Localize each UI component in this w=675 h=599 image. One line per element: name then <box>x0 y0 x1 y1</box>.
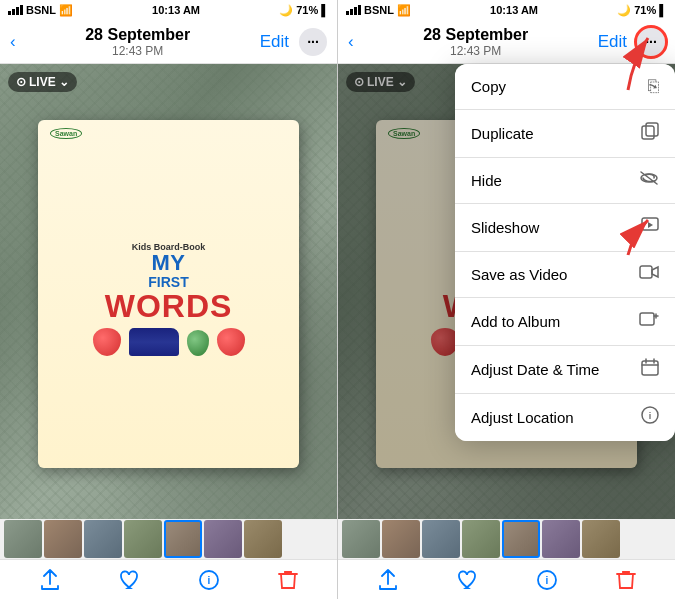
car-icon <box>129 328 179 356</box>
info-button-left[interactable]: i <box>186 563 232 597</box>
favorite-button-left[interactable] <box>107 563 153 597</box>
battery-percent: 71% <box>296 4 318 16</box>
thumb-r5-active[interactable] <box>502 520 540 558</box>
menu-item-add-album[interactable]: Add to Album <box>455 298 675 346</box>
hide-icon <box>639 170 659 191</box>
menu-item-adjust-location[interactable]: Adjust Location i <box>455 394 675 441</box>
battery-area-right: 🌙 71% ▌ <box>617 4 667 17</box>
book-illustration <box>93 328 245 356</box>
menu-label-save-video: Save as Video <box>471 266 567 283</box>
menu-label-hide: Hide <box>471 172 502 189</box>
menu-item-copy[interactable]: Copy ⎘ <box>455 64 675 110</box>
thumb-r1[interactable] <box>342 520 380 558</box>
live-chevron: ⌄ <box>59 75 69 89</box>
apple-icon-1 <box>93 328 121 356</box>
left-panel: BSNL 📶 10:13 AM 🌙 71% ▌ ‹ 28 September 1… <box>0 0 337 599</box>
menu-item-duplicate[interactable]: Duplicate <box>455 110 675 158</box>
carrier-name-right: BSNL <box>364 4 394 16</box>
apple-icon-2 <box>217 328 245 356</box>
back-button-right[interactable]: ‹ <box>348 32 354 52</box>
status-bar-left: BSNL 📶 10:13 AM 🌙 71% ▌ <box>0 0 337 20</box>
nav-bar-right: ‹ 28 September 12:43 PM Edit ··· <box>338 20 675 64</box>
thumb-6[interactable] <box>204 520 242 558</box>
wifi-icon-right: 📶 <box>397 4 411 17</box>
book-brand-right: Sawan <box>388 128 420 139</box>
more-button-left[interactable]: ··· <box>299 28 327 56</box>
more-button-right[interactable]: ··· <box>637 28 665 56</box>
svg-text:i: i <box>546 575 549 586</box>
thumb-r2[interactable] <box>382 520 420 558</box>
thumb-r6[interactable] <box>542 520 580 558</box>
favorite-button-right[interactable] <box>445 563 491 597</box>
live-icon-dot-right: ⊙ <box>354 75 364 89</box>
bottom-actions-right: i <box>338 519 675 599</box>
copy-icon: ⎘ <box>648 76 659 97</box>
slideshow-icon <box>641 216 659 239</box>
live-chevron-right: ⌄ <box>397 75 407 89</box>
thumb-1[interactable] <box>4 520 42 558</box>
delete-button-right[interactable] <box>604 563 648 597</box>
back-button-left[interactable]: ‹ <box>10 32 16 52</box>
edit-button-left[interactable]: Edit <box>260 32 289 52</box>
signal-icon-right <box>346 5 361 15</box>
thumb-5-active[interactable] <box>164 520 202 558</box>
thumb-3[interactable] <box>84 520 122 558</box>
share-button-left[interactable] <box>27 563 73 597</box>
delete-button-left[interactable] <box>266 563 310 597</box>
wifi-icon: 📶 <box>59 4 73 17</box>
svg-text:i: i <box>208 575 211 586</box>
book-brand: Sawan <box>50 128 82 139</box>
svg-rect-6 <box>640 266 652 278</box>
menu-label-duplicate: Duplicate <box>471 125 534 142</box>
calendar-icon <box>641 358 659 381</box>
context-menu: Copy ⎘ Duplicate Hide Slideshow <box>455 64 675 441</box>
time-display: 10:13 AM <box>152 4 200 16</box>
nav-title-left: 28 September 12:43 PM <box>85 26 190 58</box>
thumb-7[interactable] <box>244 520 282 558</box>
save-video-icon <box>639 264 659 285</box>
moon-icon-right: 🌙 <box>617 4 631 17</box>
add-album-icon <box>639 310 659 333</box>
nav-date-right: 28 September <box>423 26 528 44</box>
nav-time-right: 12:43 PM <box>423 44 528 58</box>
live-label-right: LIVE <box>367 75 394 89</box>
thumb-r7[interactable] <box>582 520 620 558</box>
action-bar-left: i <box>0 559 337 599</box>
photo-area-left[interactable]: Sawan Kids Board-Book MY FIRST WORDS ⊙ L… <box>0 64 337 519</box>
menu-label-add-album: Add to Album <box>471 313 560 330</box>
nav-title-right: 28 September 12:43 PM <box>423 26 528 58</box>
menu-item-hide[interactable]: Hide <box>455 158 675 204</box>
nav-time: 12:43 PM <box>85 44 190 58</box>
book-container-left: Sawan Kids Board-Book MY FIRST WORDS <box>15 89 322 499</box>
nav-actions-left: Edit ··· <box>260 28 327 56</box>
bottom-actions-left: i <box>0 519 337 599</box>
share-button-right[interactable] <box>365 563 411 597</box>
ellipsis-icon-right: ··· <box>645 34 657 50</box>
menu-item-slideshow[interactable]: Slideshow <box>455 204 675 252</box>
live-badge-left[interactable]: ⊙ LIVE ⌄ <box>8 72 77 92</box>
menu-label-slideshow: Slideshow <box>471 219 539 236</box>
menu-label-copy: Copy <box>471 78 506 95</box>
thumb-r4[interactable] <box>462 520 500 558</box>
thumbnail-strip-left <box>0 519 337 559</box>
svg-rect-8 <box>642 361 658 375</box>
svg-text:i: i <box>649 411 652 421</box>
thumb-2[interactable] <box>44 520 82 558</box>
carrier-name: BSNL <box>26 4 56 16</box>
live-label: LIVE <box>29 75 56 89</box>
location-info-icon: i <box>641 406 659 429</box>
action-bar-right: i <box>338 559 675 599</box>
book-title-words: WORDS <box>105 290 233 322</box>
menu-item-adjust-date[interactable]: Adjust Date & Time <box>455 346 675 394</box>
info-button-right[interactable]: i <box>524 563 570 597</box>
menu-item-save-video[interactable]: Save as Video <box>455 252 675 298</box>
signal-icon <box>8 5 23 15</box>
live-badge-right[interactable]: ⊙ LIVE ⌄ <box>346 72 415 92</box>
status-left-right: BSNL 📶 <box>346 4 411 17</box>
thumb-4[interactable] <box>124 520 162 558</box>
edit-button-right[interactable]: Edit <box>598 32 627 52</box>
photo-bg-left: Sawan Kids Board-Book MY FIRST WORDS ⊙ L… <box>0 64 337 519</box>
thumb-r3[interactable] <box>422 520 460 558</box>
battery-area: 🌙 71% ▌ <box>279 4 329 17</box>
svg-rect-7 <box>640 313 654 325</box>
